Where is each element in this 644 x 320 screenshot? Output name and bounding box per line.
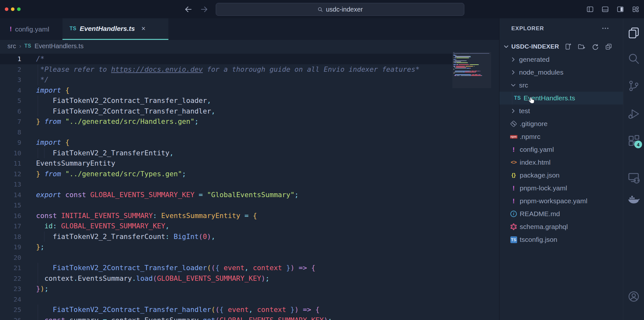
tree-folder-test[interactable]: test [499, 105, 623, 117]
code-text: */ [36, 75, 49, 85]
tree-file-README.md[interactable]: iREADME.md [499, 207, 623, 220]
tree-indent-guide [512, 92, 512, 105]
tree-item-label: src [519, 81, 528, 89]
code-text: } from "../generated/src/Types.gen"; [36, 169, 186, 179]
search-icon[interactable] [627, 52, 640, 65]
typescript-icon: TS [70, 26, 76, 32]
code-line-7: 7} from "../generated/src/Handlers.gen"; [0, 116, 452, 127]
chevron-down-icon [503, 43, 510, 50]
tree-file-pnpm-lock.yaml[interactable]: !pnpm-lock.yaml [499, 182, 623, 195]
tab-EventHandlers.ts[interactable]: TSEventHandlers.ts× [62, 18, 168, 40]
refresh-icon[interactable] [591, 43, 599, 50]
code-line-13: 13 [0, 179, 452, 190]
tree-file-tsconfig.json[interactable]: TStsconfig.json [499, 233, 623, 246]
docker-icon[interactable] [627, 193, 640, 206]
code-line-17: 17 id: GLOBAL_EVENTS_SUMMARY_KEY, [0, 221, 452, 232]
forward-button[interactable] [199, 5, 209, 14]
code-text: FiatTokenV2_2_TransferEntity, [36, 148, 174, 159]
code-line-24: 24 [0, 294, 452, 305]
extensions-icon[interactable]: 4 [627, 134, 640, 147]
mouse-cursor [527, 96, 536, 105]
collapse-all-icon[interactable] [605, 43, 612, 50]
code-text: }); [36, 284, 49, 294]
code-text: id: GLOBAL_EVENTS_SUMMARY_KEY, [36, 221, 169, 232]
close-icon[interactable]: × [141, 24, 146, 33]
run-debug-icon[interactable] [627, 107, 640, 120]
chevron-down-icon [510, 82, 517, 89]
workspace-section-header[interactable]: USDC-INDEXER [499, 40, 623, 53]
line-number: 22 [0, 273, 21, 284]
tree-file-schema.graphql[interactable]: schema.graphql [499, 220, 623, 233]
toggle-primary-sidebar-icon[interactable] [586, 5, 594, 13]
tab-config.yaml[interactable]: !config.yaml [3, 18, 60, 40]
code-text: *Please refer to https://docs.envio.dev … [36, 64, 420, 75]
breadcrumb-item-file[interactable]: EventHandlers.ts [34, 42, 83, 50]
line-number: 8 [0, 127, 21, 138]
remote-explorer-icon[interactable] [627, 171, 640, 184]
explorer-icon[interactable] [627, 26, 640, 39]
code-text: FiatTokenV2_2Contract_Transfer_handler, [36, 106, 215, 117]
info-icon: i [510, 210, 517, 217]
back-button[interactable] [184, 5, 193, 14]
tree-folder-node_modules[interactable]: node_modules [499, 66, 623, 79]
code-line-12: 12} from "../generated/src/Types.gen"; [0, 169, 452, 179]
code-line-19: 19}; [0, 242, 452, 252]
line-number: 23 [0, 284, 21, 294]
line-number: 14 [0, 190, 21, 200]
code-line-3: 3 */ [0, 75, 452, 85]
code-text: import { [36, 85, 70, 96]
yaml-warning-icon: ! [10, 25, 12, 33]
breadcrumb: src›TSEventHandlers.ts [0, 40, 499, 52]
close-window-button[interactable] [5, 7, 8, 11]
breadcrumb-item-src[interactable]: src [7, 42, 16, 50]
layout-controls [586, 5, 639, 13]
code-line-10: 10 FiatTokenV2_2_TransferEntity, [0, 148, 452, 159]
zoom-window-button[interactable] [17, 7, 21, 11]
code-editor[interactable]: 1/*2 *Please refer to https://docs.envio… [0, 52, 452, 320]
tree-file-pnpm-workspace.yaml[interactable]: !pnpm-workspace.yaml [499, 195, 623, 207]
tree-item-label: .gitignore [520, 120, 547, 128]
minimize-window-button[interactable] [11, 7, 14, 11]
tree-file-config.yaml[interactable]: !config.yaml [499, 143, 623, 156]
tree-folder-generated[interactable]: generated [499, 53, 623, 66]
line-number: 15 [0, 200, 21, 211]
tree-item-label: .npmrc [520, 133, 540, 141]
line-number: 4 [0, 85, 21, 96]
tree-file-index.html[interactable]: <>index.html [499, 156, 623, 169]
explorer-header-actions [564, 43, 612, 50]
tree-file-.npmrc[interactable]: npm.npmrc [499, 130, 623, 143]
code-text: context.EventsSummary.load(GLOBAL_EVENTS… [36, 273, 270, 284]
code-text: }; [36, 242, 44, 252]
toggle-secondary-sidebar-icon[interactable] [616, 5, 624, 13]
command-center-search[interactable]: usdc-indexer [216, 3, 464, 16]
minimap[interactable] [452, 52, 491, 320]
forward-arrow-icon [200, 5, 208, 14]
source-control-icon[interactable] [627, 79, 640, 92]
line-number: 24 [0, 294, 21, 305]
new-file-icon[interactable] [564, 43, 572, 50]
code-line-20: 20 [0, 252, 452, 263]
tree-item-label: pnpm-lock.yaml [520, 184, 567, 192]
tree-file-.gitignore[interactable]: .gitignore [499, 117, 623, 130]
tsconfig-icon: TS [510, 236, 517, 243]
code-line-18: 18 fiatTokenV2_2_TransferCount: BigInt(0… [0, 232, 452, 242]
tree-item-label: index.html [520, 159, 551, 166]
chevron-right-icon [510, 56, 517, 63]
explorer-more-actions-icon[interactable] [601, 24, 610, 32]
tree-item-label: tsconfig.json [520, 236, 557, 243]
line-number: 16 [0, 211, 21, 221]
line-number: 12 [0, 169, 21, 179]
customize-layout-icon[interactable] [631, 5, 639, 13]
code-line-1: 1/* [0, 54, 452, 64]
tree-file-package.json[interactable]: {}package.json [499, 169, 623, 182]
code-line-2: 2 *Please refer to https://docs.envio.de… [0, 64, 452, 75]
tree-item-label: package.json [520, 171, 560, 179]
tree-folder-src[interactable]: src [499, 79, 623, 92]
accounts-icon[interactable] [627, 290, 640, 303]
code-line-22: 22 context.EventsSummary.load(GLOBAL_EVE… [0, 273, 452, 284]
tree-file-EventHandlers.ts[interactable]: TSEventHandlers.ts [499, 92, 623, 105]
new-folder-icon[interactable] [578, 43, 585, 50]
line-number: 19 [0, 242, 21, 252]
toggle-panel-icon[interactable] [601, 5, 609, 13]
code-text: const INITIAL_EVENTS_SUMMARY: EventsSumm… [36, 211, 257, 221]
